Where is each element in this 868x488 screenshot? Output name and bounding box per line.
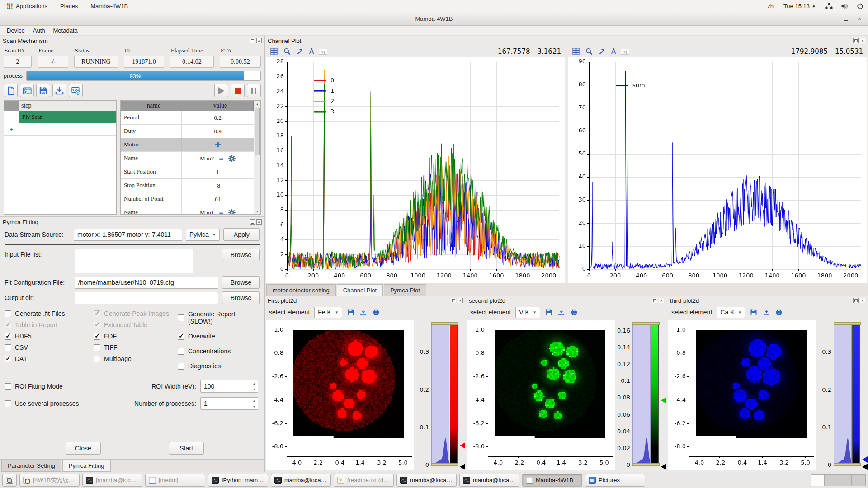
window-titlebar[interactable]: Mamba-4W1B – ×: [0, 12, 868, 26]
remove-motor-icon[interactable]: ▬: [219, 156, 223, 160]
remove-motor-icon[interactable]: ▬: [219, 211, 223, 214]
volume-icon[interactable]: [841, 3, 849, 9]
colorbar-min-marker-icon[interactable]: [661, 464, 666, 470]
colorbar-bottom-handle[interactable]: [632, 463, 660, 466]
checkbox-diagnostics[interactable]: Diagnostics: [178, 362, 260, 370]
autoscale-icon[interactable]: A: [309, 47, 314, 56]
gear-icon[interactable]: [228, 155, 236, 162]
taskbar-item-medm[interactable]: [medm]: [145, 474, 205, 487]
grid-toggle-icon[interactable]: [572, 47, 580, 56]
param-value-text[interactable]: 1: [216, 169, 219, 176]
param-table-scrollbar[interactable]: ▲ ▼: [254, 101, 260, 214]
float-panel-icon[interactable]: [250, 38, 255, 43]
taskbar-item-ipython-mamba-m[interactable]: IPython: mamba/m...: [208, 474, 268, 487]
checkbox-use-several-processes[interactable]: Use several processes: [5, 400, 79, 407]
save-icon[interactable]: [750, 308, 758, 316]
pause-button[interactable]: [247, 84, 261, 97]
checkbox-multipage[interactable]: Multipage: [94, 355, 178, 362]
heatmap-canvas-fe[interactable]: [266, 320, 414, 470]
menu-auth[interactable]: Auth: [29, 26, 49, 35]
close-panel-icon[interactable]: ✕: [256, 219, 262, 225]
window-list-button[interactable]: [2, 474, 17, 487]
scrollbar-thumb[interactable]: [255, 108, 260, 155]
spin-up-icon[interactable]: ▲: [250, 398, 258, 404]
close-button[interactable]: ×: [856, 15, 863, 22]
workspace-2[interactable]: [825, 475, 838, 486]
close-panel-icon[interactable]: ✕: [659, 298, 664, 303]
colorbar-histogram[interactable]: [431, 324, 449, 465]
tab-pymca-fitting[interactable]: Pymca Fitting: [62, 460, 111, 472]
step-cell[interactable]: Fly Scan: [19, 111, 116, 123]
remove-step-button[interactable]: −: [4, 111, 19, 123]
workspace-3[interactable]: [838, 475, 852, 486]
checkbox-generate-report-slow[interactable]: Generate Report (SLOW!): [178, 310, 260, 325]
colorbar-top-handle[interactable]: [632, 322, 660, 325]
places-menu[interactable]: Places: [58, 2, 80, 10]
zoom-icon[interactable]: [283, 47, 291, 56]
menu-device[interactable]: Device: [3, 26, 29, 35]
roi-width-spinbox[interactable]: 100 ▲▼: [200, 380, 258, 393]
float-panel-icon[interactable]: [250, 219, 255, 225]
heatmap-canvas-ca[interactable]: [668, 320, 816, 470]
data-stream-input[interactable]: motor x:-1.86507 motor y:-7.4011: [74, 229, 182, 241]
colorbar-bottom-handle[interactable]: [834, 463, 861, 466]
print-icon[interactable]: [372, 308, 380, 316]
element-select[interactable]: Fe K▼: [314, 307, 342, 318]
print-icon[interactable]: [775, 308, 783, 316]
close-panel-icon[interactable]: ✕: [458, 298, 463, 303]
maximize-button[interactable]: [844, 17, 848, 21]
float-panel-icon[interactable]: [652, 298, 657, 303]
gear-icon[interactable]: [228, 209, 236, 215]
colorbar-min-marker-icon[interactable]: [460, 464, 465, 470]
step-cell[interactable]: [19, 123, 116, 136]
clock[interactable]: Tue 15:13●: [782, 2, 817, 10]
nproc-spinbox[interactable]: 1 ▲▼: [200, 397, 258, 410]
save-icon[interactable]: [347, 308, 355, 316]
taskbar-item-pictures[interactable]: Pictures: [585, 474, 645, 487]
browse-fit-config-button[interactable]: Browse: [222, 276, 260, 289]
close-panel-icon[interactable]: ✕: [860, 298, 865, 303]
taskbar-item-readme-txt-data[interactable]: [readme.txt (data ...: [334, 474, 394, 487]
run-script-button[interactable]: [69, 84, 83, 97]
step-row[interactable]: − Fly Scan: [4, 111, 116, 123]
checkbox-overwrite[interactable]: Overwrite: [178, 333, 260, 340]
menu-metadata[interactable]: Metadata: [49, 26, 82, 35]
minimize-button[interactable]: –: [830, 15, 836, 22]
colorbar-ca[interactable]: 00.10.20.3: [816, 320, 867, 470]
spin-down-icon[interactable]: ▼: [250, 386, 258, 392]
element-select[interactable]: V K▼: [515, 307, 540, 318]
taskbar-item-mamba-localhost[interactable]: mamba@localhost:~: [459, 474, 519, 487]
colorbar-gradient[interactable]: [651, 324, 659, 465]
checkbox-edf[interactable]: EDF: [94, 333, 178, 340]
checkbox-csv[interactable]: CSV: [5, 344, 94, 351]
power-icon[interactable]: [857, 3, 863, 9]
log-scale-icon[interactable]: log: [319, 49, 327, 55]
float-panel-icon[interactable]: [853, 298, 859, 303]
scroll-down-icon[interactable]: ▼: [256, 208, 259, 214]
zoom-icon[interactable]: [585, 47, 593, 56]
colorbar-max-marker-icon[interactable]: [460, 442, 465, 449]
colorbar-histogram[interactable]: [632, 324, 651, 465]
tab-parameter-setting[interactable]: Parameter Setting: [1, 460, 61, 472]
param-value-text[interactable]: M.m1: [200, 209, 214, 215]
checkbox-roi-fitting-mode[interactable]: ROI Fitting Mode: [5, 383, 63, 390]
checkbox-generate-fit-files[interactable]: Generate .fit Files: [5, 310, 94, 317]
network-icon[interactable]: [825, 3, 833, 9]
download-icon[interactable]: [762, 308, 770, 316]
close-panel-icon[interactable]: ✕: [256, 38, 262, 43]
param-value-text[interactable]: -8: [215, 182, 220, 189]
taskbar-item-mamba-localhos[interactable]: [mamba@localhos...: [82, 474, 142, 487]
download-icon[interactable]: [359, 308, 368, 316]
spin-up-icon[interactable]: ▲: [250, 380, 258, 386]
browse-input-files-button[interactable]: Browse: [222, 249, 260, 261]
applications-menu[interactable]: Applications: [5, 2, 49, 10]
colorbar-max-marker-icon[interactable]: [661, 397, 666, 404]
element-select[interactable]: Ca K▼: [717, 307, 745, 318]
taskbar-item-mamba-4w1b[interactable]: Mamba-4W1B: [522, 474, 582, 487]
tab-motor-detector-setting[interactable]: motor detector setting: [266, 284, 336, 296]
app-window-menu[interactable]: Mamba-4W1B: [89, 2, 130, 10]
taskbar-item-mamba-localhost[interactable]: mamba@localhost:~: [396, 474, 457, 487]
colorbar-v[interactable]: 00.020.040.060.080.10.120.140.16: [615, 320, 666, 470]
checkbox-dat[interactable]: DAT: [5, 355, 94, 362]
engine-select[interactable]: PyMca▼: [186, 229, 220, 241]
